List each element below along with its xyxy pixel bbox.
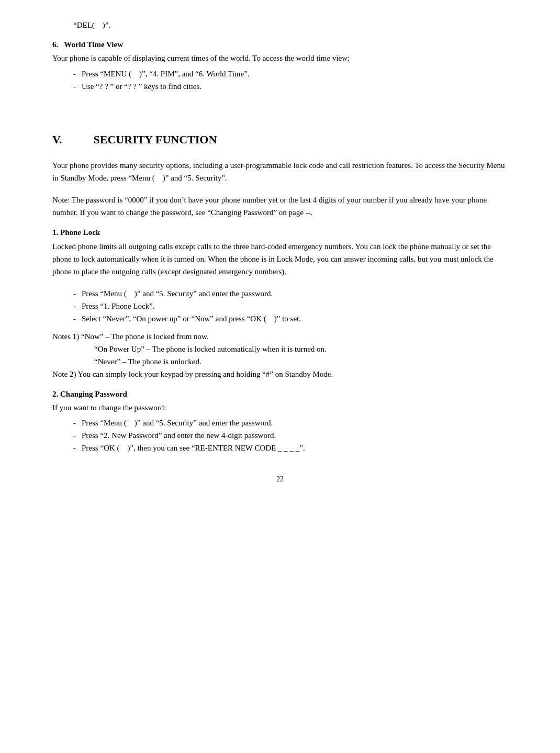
section-6-bullets: Press “MENU ( )”, “4. PIM”, and “6. Worl…	[73, 68, 508, 93]
subsection-2: 2. Changing Password If you want to chan…	[52, 390, 508, 455]
list-item: Select “Never”, “On power up” or “Now” a…	[73, 312, 508, 325]
section-v-intro: Your phone provides many security option…	[52, 159, 508, 184]
subsection-1-body: Locked phone limits all outgoing calls e…	[52, 240, 508, 278]
section-v-note-password: Note: The password is “0000” if you don’…	[52, 194, 508, 219]
section-v: V. SECURITY FUNCTION Your phone provides…	[52, 133, 508, 455]
note-1-indent-1: “On Power Up” – The phone is locked auto…	[52, 343, 508, 355]
list-item: Press “OK ( )”, then you can see “RE-ENT…	[73, 442, 508, 454]
section-v-roman: V.	[52, 133, 62, 147]
del-line: “DEL( )”.	[52, 21, 508, 30]
subsection-1-heading: 1. Phone Lock	[52, 228, 508, 237]
list-item: Press “Menu ( )” and “5. Security” and e…	[73, 287, 508, 300]
subsection-1: 1. Phone Lock Locked phone limits all ou…	[52, 228, 508, 380]
list-item: Use “? ? ” or “? ? ” keys to find cities…	[73, 80, 508, 93]
subsection-2-bullets: Press “Menu ( )” and “5. Security” and e…	[73, 417, 508, 454]
note-2: Note 2) You can simply lock your keypad …	[52, 368, 508, 380]
note-1-label: Notes 1) “Now” – The phone is locked fro…	[52, 330, 508, 343]
page-number: 22	[52, 475, 508, 484]
subsection-1-bullets: Press “Menu ( )” and “5. Security” and e…	[73, 287, 508, 325]
section-6: 6. World Time View Your phone is capable…	[52, 40, 508, 93]
note-1-indent-2: “Never” – The phone is unlocked.	[52, 355, 508, 368]
del-text: “DEL( )”.	[73, 21, 110, 29]
list-item: Press “1. Phone Lock”.	[73, 300, 508, 312]
subsection-2-body: If you want to change the password:	[52, 402, 508, 414]
subsection-2-heading: 2. Changing Password	[52, 390, 508, 399]
page-content: “DEL( )”. 6. World Time View Your phone …	[52, 21, 508, 484]
list-item: Press “MENU ( )”, “4. PIM”, and “6. Worl…	[73, 68, 508, 80]
section-6-intro: Your phone is capable of displaying curr…	[52, 52, 508, 64]
list-item: Press “2. New Password” and enter the ne…	[73, 429, 508, 442]
list-item: Press “Menu ( )” and “5. Security” and e…	[73, 417, 508, 429]
section-v-heading-text: SECURITY FUNCTION	[94, 133, 217, 147]
section-6-heading: 6. World Time View	[52, 40, 508, 49]
section-v-title: V. SECURITY FUNCTION	[52, 133, 508, 147]
notes-block: Notes 1) “Now” – The phone is locked fro…	[52, 330, 508, 380]
